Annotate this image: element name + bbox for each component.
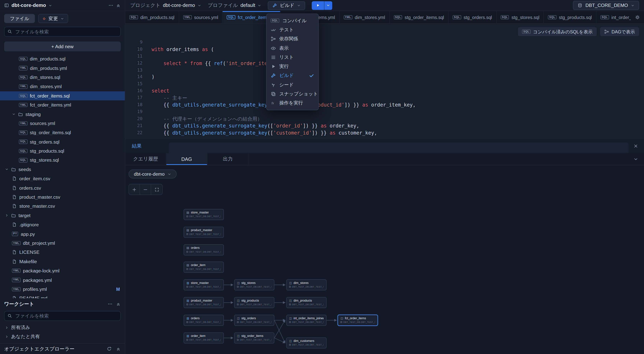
tree-file-Makefile[interactable]: Makefile: [0, 257, 125, 266]
tree-file-stg_orders.sql[interactable]: SQLstg_orders.sql: [0, 137, 125, 146]
dag-node-order_item[interactable]: ▤order_itemDBT_TEST_DB.DBT_TEST_S...: [184, 262, 224, 273]
dag-node-stg_orders[interactable]: ◫stg_ordersDBT_TEST_DB.DBT_TEST_S...: [234, 315, 274, 326]
tab-sources.yml[interactable]: YMLsources.yml: [179, 11, 223, 24]
editor-action-button[interactable]: SQLコンパイル済みのSQLを表示: [518, 27, 597, 36]
tree-file-dim_products.yml[interactable]: YMLdim_products.yml: [0, 64, 125, 73]
run-options-button[interactable]: [324, 1, 332, 10]
tree-file-app.py[interactable]: PYapp.py: [0, 229, 125, 238]
tree-folder-seeds[interactable]: seeds: [0, 165, 125, 174]
profile-selector[interactable]: プロファイル default: [208, 2, 262, 9]
tree-file-README.md[interactable]: README.md: [0, 294, 125, 298]
dag-node-int_order_items_joined[interactable]: ◫int_order_items_joinedDBT_TEST_DB.DBT_T…: [286, 315, 326, 326]
schema-selector[interactable]: DBT_CORE_DEMO: [573, 1, 639, 10]
tree-file-dim_products.sql[interactable]: SQLdim_products.sql: [0, 54, 125, 64]
dag-node-dim_stores[interactable]: ◫dim_storesDBT_TEST_DB.DBT_TEST_S...: [286, 279, 326, 290]
tab-stg_order_items.sql[interactable]: SQLstg_order_items.sql: [390, 11, 449, 24]
menu-item-テスト[interactable]: テスト: [266, 25, 318, 34]
refresh-icon[interactable]: [107, 346, 112, 351]
more-options-icon[interactable]: [108, 3, 114, 8]
code-area[interactable]: with order_items as ( select * from {{ r…: [149, 24, 644, 139]
project-name[interactable]: dbt-core-demo: [12, 3, 46, 8]
tree-file-orders.csv[interactable]: orders.csv: [0, 183, 125, 193]
worksheet-group-所有済み[interactable]: 所有済み: [0, 323, 125, 332]
tree-file-store_master.csv[interactable]: store_master.csv: [0, 202, 125, 211]
build-command-button[interactable]: ビルド: [268, 1, 305, 10]
dag-node-order_item[interactable]: ▥order_itemDBT_TEST_DB.DBT_TEST_S...: [184, 332, 224, 343]
dag-node-fct_order_items[interactable]: ◫fct_order_itemsDBT_TEST_DB.DBT_TEST_S..…: [338, 315, 378, 326]
collapse-section-icon[interactable]: [116, 302, 121, 307]
yml-file-icon: YML: [12, 278, 20, 282]
tab-int_order_items_joi...[interactable]: SQLint_order_items_joi...: [596, 11, 631, 24]
tree-folder-staging[interactable]: staging: [0, 110, 125, 119]
model-icon: ◫: [340, 317, 343, 320]
dag-node-store_master[interactable]: ▤store_masterDBT_TEST_DB.DBT_TEST_S...: [184, 209, 224, 220]
tab-stg_stores.sql[interactable]: SQLstg_stores.sql: [496, 11, 544, 24]
tree-file-fct_order_items.sql[interactable]: SQLfct_order_items.sql: [0, 91, 125, 100]
tree-file-stg_products.sql[interactable]: SQLstg_products.sql: [0, 146, 125, 156]
more-options-icon[interactable]: [108, 302, 112, 307]
tab-stg_products.sql[interactable]: SQLstg_products.sql: [544, 11, 596, 24]
tree-file-packages.yml[interactable]: YMLpackages.yml: [0, 275, 125, 284]
tree-file-order_item.csv[interactable]: order_item.csv: [0, 174, 125, 183]
menu-item-依存関係[interactable]: 依存関係: [266, 34, 318, 44]
tree-file-sources.yml[interactable]: YMLsources.yml: [0, 119, 125, 128]
menu-item-ビルド[interactable]: ビルド: [266, 71, 318, 80]
menu-item-シード[interactable]: シード: [266, 80, 318, 89]
project-selector[interactable]: プロジェクト dbt-core-demo: [130, 2, 201, 9]
fit-view-button[interactable]: [151, 184, 162, 195]
tree-file-stg_stores.sql[interactable]: SQLstg_stores.sql: [0, 156, 125, 165]
tree-file-dim_stores.sql[interactable]: SQLdim_stores.sql: [0, 73, 125, 82]
editor-action-button[interactable]: DAGで表示: [600, 27, 639, 36]
collapse-section-icon[interactable]: [116, 346, 121, 351]
panel-tab-出力[interactable]: 出力: [208, 153, 248, 165]
dag-node-dim_products[interactable]: ◫dim_productsDBT_TEST_DB.DBT_TEST_S...: [286, 297, 326, 308]
worksheet-search-input[interactable]: [4, 311, 121, 321]
dag-node-store_master[interactable]: ▥store_masterDBT_TEST_DB.DBT_TEST_S...: [184, 279, 224, 290]
tree-file-package-lock.yml[interactable]: YMLpackage-lock.yml: [0, 266, 125, 275]
menu-item-実行[interactable]: 実行: [266, 62, 318, 71]
tree-folder-target[interactable]: target: [0, 211, 125, 220]
dag-project-selector[interactable]: dbt-core-demo: [128, 169, 176, 179]
tab-dim_products.sql[interactable]: SQLdim_products.sql: [125, 11, 179, 24]
dag-node-product_master[interactable]: ▤product_masterDBT_TEST_DB.DBT_TEST_S...: [184, 227, 224, 238]
panel-tab-クエリ履歴[interactable]: クエリ履歴: [125, 153, 166, 165]
dag-node-dim_customers[interactable]: ◫dim_customersDBT_TEST_DB.DBT_TEST_S...: [286, 337, 326, 348]
sql-file-icon: SQL: [19, 149, 28, 153]
run-button[interactable]: [312, 1, 324, 10]
menu-item-スナップショット[interactable]: スナップショット: [266, 89, 318, 99]
menu-item-リスト[interactable]: リスト: [266, 53, 318, 62]
add-new-button[interactable]: + Add new: [4, 42, 121, 51]
dag-node-stg_stores[interactable]: ◫stg_storesDBT_TEST_DB.DBT_TEST_S...: [234, 279, 274, 290]
tree-file-dbt_project.yml[interactable]: YMLdbt_project.yml: [0, 238, 125, 248]
dag-node-orders[interactable]: ▤ordersDBT_TEST_DB.DBT_TEST_S...: [184, 244, 224, 256]
tree-file-profiles.yml[interactable]: YMLprofiles.ymlM: [0, 284, 125, 294]
file-search-input[interactable]: [4, 27, 121, 37]
tree-file-fct_order_items.yml[interactable]: YMLfct_order_items.yml: [0, 100, 125, 110]
close-icon[interactable]: [633, 144, 638, 149]
results-tab[interactable]: 結果: [132, 143, 169, 149]
changes-tab-button[interactable]: 変更: [38, 14, 68, 23]
tree-file-product_master.csv[interactable]: product_master.csv: [0, 193, 125, 202]
worksheet-group-あなたと共有[interactable]: あなたと共有: [0, 332, 125, 341]
panel-tab-DAG[interactable]: DAG: [166, 153, 208, 165]
tree-file-stg_order_items.sql[interactable]: SQLstg_order_items.sql: [0, 128, 125, 137]
collapse-sidebar-icon[interactable]: [116, 3, 121, 8]
zoom-in-button[interactable]: [129, 184, 140, 195]
tab-stg_orders.sql[interactable]: SQLstg_orders.sql: [448, 11, 496, 24]
menu-item-表示[interactable]: 表示: [266, 44, 318, 53]
files-tab-button[interactable]: ファイル: [4, 14, 35, 23]
collapse-panel-icon[interactable]: [633, 156, 638, 161]
dag-node-stg_order_items[interactable]: ◫stg_order_itemsDBT_TEST_DB.DBT_TEST_S..…: [234, 332, 274, 343]
tree-file-dim_stores.yml[interactable]: YMLdim_stores.yml: [0, 82, 125, 91]
menu-item-操作を実行[interactable]: fx操作を実行: [266, 99, 318, 108]
tree-file-LICENSE[interactable]: LICENSE: [0, 248, 125, 257]
zoom-out-button[interactable]: [140, 184, 151, 195]
tab-dim_stores.yml[interactable]: YMLdim_stores.yml: [340, 11, 390, 24]
code-editor[interactable]: 910111213141516171819202122 with order_i…: [125, 24, 644, 139]
dag-node-stg_products[interactable]: ◫stg_productsDBT_TEST_DB.DBT_TEST_S...: [234, 297, 274, 308]
menu-item-コンパイル[interactable]: SQLコンパイル: [266, 16, 318, 25]
dag-node-product_master[interactable]: ▥product_masterDBT_TEST_DB.DBT_TEST_S...: [184, 297, 224, 308]
dag-node-orders[interactable]: ▥ordersDBT_TEST_DB.DBT_TEST_S...: [184, 315, 224, 326]
settings-button[interactable]: [631, 11, 644, 24]
tree-file-.gitignore[interactable]: .gitignore: [0, 220, 125, 229]
